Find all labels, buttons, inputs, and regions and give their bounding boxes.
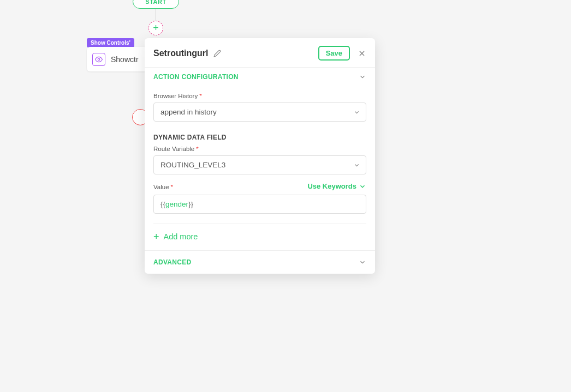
browser-history-label: Browser History* (153, 93, 366, 99)
browser-history-value: append in history (160, 108, 217, 116)
snippet-label: Showctr (111, 55, 139, 64)
chevron-down-icon (359, 258, 366, 266)
route-variable-label: Route Variable* (153, 146, 366, 152)
eye-icon (92, 53, 105, 66)
dynamic-data-heading: DYNAMIC DATA FIELD (153, 134, 366, 141)
advanced-section-header[interactable]: ADVANCED (145, 250, 375, 274)
start-node[interactable]: START (133, 0, 179, 9)
add-more-button[interactable]: + Add more (153, 232, 366, 242)
use-keywords-label: Use Keywords (307, 182, 356, 190)
browser-history-select[interactable]: append in history (153, 102, 366, 122)
panel-title: Setroutingurl (153, 49, 208, 58)
value-keyword: gender (165, 200, 188, 208)
value-prefix: {{ (160, 200, 165, 208)
save-button[interactable]: Save (318, 46, 350, 61)
show-controls-node[interactable]: Showctr (87, 47, 152, 71)
edit-title-icon[interactable] (213, 50, 221, 57)
chevron-down-icon (359, 73, 366, 81)
value-input[interactable]: {{gender}} (153, 195, 366, 214)
action-config-body: Browser History* append in history DYNAM… (145, 86, 375, 250)
route-variable-select[interactable]: ROUTING_LEVEL3 (153, 155, 366, 174)
config-panel: Setroutingurl Save ACTION CONFIGURATION … (145, 38, 375, 274)
action-config-header[interactable]: ACTION CONFIGURATION (145, 67, 375, 86)
use-keywords-button[interactable]: Use Keywords (307, 182, 366, 190)
route-variable-value: ROUTING_LEVEL3 (160, 161, 225, 169)
show-controls-tag[interactable]: Show Controls' (87, 38, 134, 47)
show-controls-tag-label: Show Controls' (91, 40, 130, 46)
divider (153, 224, 366, 224)
plus-icon: + (153, 232, 159, 242)
add-node-button[interactable]: + (148, 21, 163, 35)
value-label: Value* (153, 184, 173, 190)
flow-connector (156, 9, 156, 21)
add-more-label: Add more (164, 232, 198, 241)
svg-point-0 (98, 58, 100, 61)
action-config-title: ACTION CONFIGURATION (153, 73, 239, 81)
chevron-down-icon (353, 161, 360, 168)
value-suffix: }} (188, 200, 193, 208)
advanced-title: ADVANCED (153, 258, 192, 266)
panel-header: Setroutingurl Save (145, 38, 375, 67)
close-icon[interactable] (358, 49, 366, 58)
chevron-down-icon (359, 183, 366, 190)
start-label: START (145, 0, 166, 5)
chevron-down-icon (353, 108, 360, 116)
